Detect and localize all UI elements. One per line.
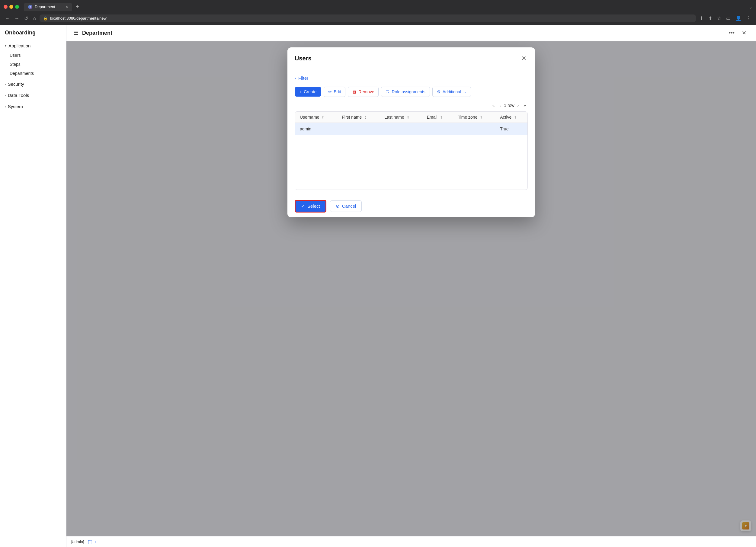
system-chevron-icon: › [5, 105, 6, 108]
browser-tabs: ◈ Department × + ⌄ [24, 2, 752, 11]
sidebar-title: Onboarding [0, 30, 66, 41]
col-active[interactable]: Active ⇕ [495, 112, 527, 123]
close-page-button[interactable]: ✕ [739, 28, 749, 37]
sidebar-group-security: › Security [0, 79, 66, 89]
status-bar: [admin] ⬚→ [66, 536, 756, 547]
username-sort-icon: ⇕ [322, 116, 324, 119]
modal-toolbar: + Create ✏ Edit 🗑 Remove [295, 84, 528, 101]
create-button[interactable]: + Create [295, 87, 321, 97]
sidebar-group-header-datatools[interactable]: › Data Tools [0, 90, 66, 100]
pagination: « ‹ 1 row › » [295, 101, 528, 111]
next-page-button[interactable]: › [516, 102, 521, 109]
sidebar-group-application: ▾ Application Users Steps Departments [0, 41, 66, 78]
additional-button[interactable]: ⚙ Additional ⌄ [432, 87, 471, 97]
table-empty-space [295, 135, 527, 190]
sidebar-item-steps[interactable]: Steps [0, 60, 66, 69]
traffic-lights [4, 5, 19, 9]
profile-btn[interactable]: 👤 [734, 14, 743, 22]
hamburger-button[interactable]: ☰ [74, 30, 78, 36]
app-window: Onboarding ▾ Application Users Steps Dep… [0, 25, 756, 547]
sidebar-group-header-system[interactable]: › System [0, 101, 66, 111]
new-tab-btn[interactable]: + [73, 2, 82, 11]
users-modal: Users ✕ › Filter + [287, 47, 535, 217]
sidebar-group-label-security: Security [8, 82, 24, 87]
shield-icon: 🛡 [386, 89, 390, 94]
menu-btn[interactable]: ⋮ [745, 14, 752, 22]
modal-close-button[interactable]: ✕ [520, 53, 528, 63]
gear-icon: ⚙ [437, 89, 441, 94]
address-text: localhost:8080/departments/new [50, 16, 107, 21]
more-options-button[interactable]: ••• [726, 28, 737, 37]
modal-footer: ✓ Select ⊘ Cancel [287, 195, 535, 217]
filter-label: Filter [298, 75, 308, 81]
fullscreen-traffic-light[interactable] [15, 5, 19, 9]
table-empty-row [295, 135, 527, 190]
reload-button[interactable]: ↺ [23, 14, 29, 22]
modal-body: › Filter + Create ✏ Edit [287, 68, 535, 195]
select-button[interactable]: ✓ Select [295, 200, 326, 213]
check-icon: ✓ [301, 203, 305, 209]
cancel-button[interactable]: ⊘ Cancel [330, 200, 362, 212]
minimize-traffic-light[interactable] [9, 5, 13, 9]
filter-section[interactable]: › Filter [295, 73, 528, 84]
tab-title: Department [35, 5, 55, 9]
back-button[interactable]: ← [4, 14, 11, 22]
bookmark-btn[interactable]: ☆ [716, 14, 722, 22]
table-header-row: Username ⇕ First name ⇕ Last [295, 112, 527, 123]
reader-btn[interactable]: ▭ [725, 14, 732, 22]
lastname-sort-icon: ⇕ [407, 116, 409, 119]
role-assignments-label: Role assignments [392, 89, 425, 94]
cell-timezone [453, 123, 495, 135]
additional-chevron-icon: ⌄ [463, 89, 466, 94]
share-btn[interactable]: ⬆ [707, 14, 713, 22]
role-assignments-button[interactable]: 🛡 Role assignments [381, 87, 430, 97]
first-page-button[interactable]: « [491, 102, 497, 109]
sidebar-group-header-security[interactable]: › Security [0, 79, 66, 89]
browser-tab-active[interactable]: ◈ Department × [24, 3, 72, 11]
select-label: Select [307, 203, 320, 209]
cancel-label: Cancel [342, 203, 356, 209]
cancel-icon: ⊘ [336, 203, 340, 209]
additional-label: Additional [443, 89, 461, 94]
sidebar-item-departments[interactable]: Departments [0, 69, 66, 78]
col-email[interactable]: Email ⇕ [422, 112, 453, 123]
page-count-label: 1 row [504, 103, 514, 108]
sidebar-group-label-system: System [8, 104, 23, 109]
sidebar-group-system: › System [0, 101, 66, 111]
tab-favicon: ◈ [28, 5, 32, 9]
cell-username: admin [295, 123, 337, 135]
table-row[interactable]: admin True [295, 123, 527, 135]
filter-chevron-icon: › [295, 76, 296, 80]
tab-close-btn[interactable]: × [66, 5, 68, 9]
edit-button[interactable]: ✏ Edit [324, 87, 345, 97]
forward-button[interactable]: → [13, 14, 21, 22]
close-traffic-light[interactable] [4, 5, 8, 9]
main-body: Users ✕ › Filter + [66, 41, 756, 536]
prev-page-button[interactable]: ‹ [498, 102, 503, 109]
logout-button[interactable]: ⬚→ [88, 539, 97, 545]
cell-firstname [337, 123, 380, 135]
tabs-chevron[interactable]: ⌄ [749, 5, 752, 9]
main-content: ☰ Department ••• ✕ Users ✕ [66, 25, 756, 547]
browser-toolbar: ← → ↺ ⌂ 🔒 localhost:8080/departments/new… [4, 13, 752, 25]
edit-label: Edit [334, 89, 341, 94]
cell-email [422, 123, 453, 135]
last-page-button[interactable]: » [522, 102, 528, 109]
sidebar-group-label-application: Application [8, 43, 30, 48]
download-btn[interactable]: ⬇ [698, 14, 705, 22]
browser-toolbar-actions: ⬇ ⬆ ☆ ▭ 👤 ⋮ [698, 14, 752, 22]
col-timezone[interactable]: Time zone ⇕ [453, 112, 495, 123]
col-username[interactable]: Username ⇕ [295, 112, 337, 123]
browser-chrome: ◈ Department × + ⌄ ← → ↺ ⌂ 🔒 localhost:8… [0, 0, 756, 25]
create-label: Create [304, 89, 316, 94]
users-table: Username ⇕ First name ⇕ Last [295, 112, 527, 190]
cell-active: True [495, 123, 527, 135]
sidebar-item-users[interactable]: Users [0, 51, 66, 60]
sidebar-group-header-application[interactable]: ▾ Application [0, 41, 66, 51]
col-firstname[interactable]: First name ⇕ [337, 112, 380, 123]
remove-button[interactable]: 🗑 Remove [348, 87, 379, 97]
col-lastname[interactable]: Last name ⇕ [380, 112, 422, 123]
home-button[interactable]: ⌂ [32, 14, 37, 22]
firstname-sort-icon: ⇕ [364, 116, 367, 119]
address-bar[interactable]: 🔒 localhost:8080/departments/new [40, 14, 696, 22]
